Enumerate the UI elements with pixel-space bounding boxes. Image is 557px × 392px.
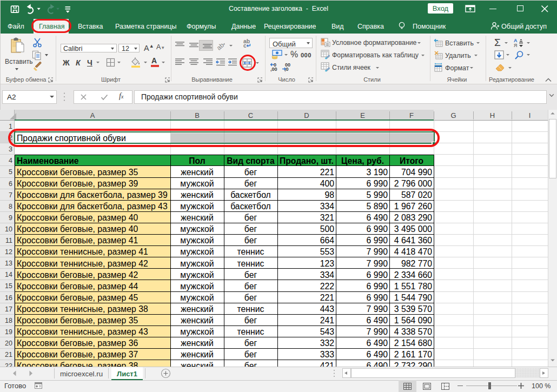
svg-text:,00: ,00: [270, 67, 277, 72]
svg-text:А: А: [514, 38, 518, 43]
svg-text:Я: Я: [514, 43, 517, 48]
svg-text:ab: ab: [215, 41, 226, 52]
